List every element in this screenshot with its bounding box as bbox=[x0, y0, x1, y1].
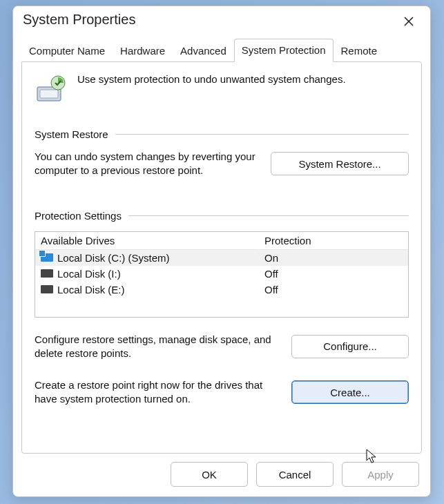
drive-status: Off bbox=[259, 282, 408, 298]
system-properties-dialog: System Properties Computer Name Hardware… bbox=[12, 6, 431, 497]
col-available-drives: Available Drives bbox=[35, 232, 259, 250]
close-button[interactable] bbox=[396, 12, 422, 31]
drive-name: Local Disk (I:) bbox=[57, 268, 121, 280]
drive-name: Local Disk (E:) bbox=[57, 284, 125, 295]
tab-hardware[interactable]: Hardware bbox=[113, 39, 173, 62]
divider bbox=[128, 215, 409, 216]
table-row[interactable]: Local Disk (E:) Off bbox=[35, 282, 408, 298]
protection-settings-label: Protection Settings bbox=[35, 210, 122, 222]
table-row[interactable]: Local Disk (C:) (System) On bbox=[35, 250, 408, 266]
system-restore-desc: You can undo system changes by reverting… bbox=[35, 150, 258, 178]
drive-name: Local Disk (C:) (System) bbox=[57, 252, 170, 264]
intro-row: Use system protection to undo unwanted s… bbox=[35, 72, 409, 105]
window-title: System Properties bbox=[23, 12, 135, 28]
drives-table: Available Drives Protection Local Disk (… bbox=[35, 231, 409, 318]
tab-content: Use system protection to undo unwanted s… bbox=[21, 61, 422, 454]
drive-icon bbox=[41, 253, 53, 262]
protection-settings-group: Protection Settings bbox=[35, 210, 409, 222]
cancel-button[interactable]: Cancel bbox=[256, 462, 334, 487]
configure-row: Configure restore settings, manage disk … bbox=[35, 333, 409, 361]
create-row: Create a restore point right now for the… bbox=[35, 378, 409, 407]
table-row[interactable]: Local Disk (I:) Off bbox=[35, 266, 408, 282]
tab-remote[interactable]: Remote bbox=[334, 39, 385, 62]
system-restore-group: System Restore bbox=[35, 128, 409, 140]
create-desc: Create a restore point right now for the… bbox=[35, 378, 279, 407]
create-button[interactable]: Create... bbox=[291, 380, 409, 404]
drive-status: Off bbox=[259, 266, 408, 282]
system-protection-icon bbox=[35, 72, 68, 105]
ok-button[interactable]: OK bbox=[171, 462, 248, 487]
drive-icon bbox=[41, 269, 53, 278]
drive-icon bbox=[41, 285, 53, 293]
drive-status: On bbox=[259, 250, 408, 266]
tab-computer-name[interactable]: Computer Name bbox=[21, 39, 113, 62]
configure-button[interactable]: Configure... bbox=[291, 335, 409, 358]
system-restore-label: System Restore bbox=[35, 128, 108, 140]
apply-button[interactable]: Apply bbox=[342, 462, 419, 487]
titlebar: System Properties bbox=[13, 6, 430, 38]
close-icon bbox=[404, 17, 414, 26]
col-protection: Protection bbox=[259, 232, 408, 250]
configure-desc: Configure restore settings, manage disk … bbox=[35, 333, 279, 361]
svg-rect-3 bbox=[40, 90, 58, 98]
tab-row: Computer Name Hardware Advanced System P… bbox=[13, 38, 430, 61]
dialog-buttons: OK Cancel Apply bbox=[13, 454, 430, 496]
table-body: Local Disk (C:) (System) On Local Disk (… bbox=[35, 250, 408, 317]
tab-advanced[interactable]: Advanced bbox=[173, 39, 234, 62]
table-header: Available Drives Protection bbox=[35, 232, 408, 250]
divider bbox=[115, 134, 409, 135]
intro-text: Use system protection to undo unwanted s… bbox=[77, 72, 346, 85]
system-restore-button[interactable]: System Restore... bbox=[271, 152, 409, 175]
system-restore-row: You can undo system changes by reverting… bbox=[35, 150, 409, 178]
tab-system-protection[interactable]: System Protection bbox=[234, 39, 334, 62]
